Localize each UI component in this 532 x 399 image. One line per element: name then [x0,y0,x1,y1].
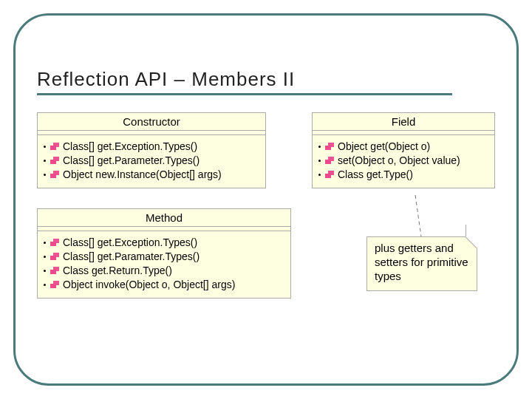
uml-member: Class get.Type() [318,168,488,182]
uml-member: Class[] get.Exception.Types() [44,140,259,154]
uml-member-text: Class get.Return.Type() [63,264,172,278]
bullet-icon [318,146,321,148]
method-icon [50,267,59,274]
uml-member-text: Object invoke(Object o, Object[] args) [63,278,235,292]
uml-class-method: Method Class[] get.Exception.Types() Cla… [37,208,291,299]
uml-member-text: Class[] get.Exception.Types() [63,140,197,154]
title-underline [37,93,452,95]
method-icon [325,157,334,164]
uml-member: Object invoke(Object o, Object[] args) [44,278,284,292]
bullet-icon [44,160,46,162]
slide-title: Reflection API – Members II [37,68,295,91]
uml-member: Class[] get.Paramater.Types() [44,250,284,264]
bullet-icon [44,270,46,272]
method-icon [50,239,59,246]
uml-method-compartment: Class[] get.Exception.Types() Class[] ge… [38,231,290,298]
uml-member-text: Class[] get.Paramater.Types() [63,250,200,264]
uml-method-compartment: Class[] get.Exception.Types() Class[] ge… [38,135,265,188]
uml-member-text: set(Object o, Object value) [338,154,460,168]
method-icon [325,171,334,178]
uml-member: Class[] get.Parameter.Types() [44,154,259,168]
uml-class-name: Field [313,113,494,131]
method-icon [50,157,59,164]
uml-member: Object get(Object o) [318,140,488,154]
uml-note-text: plus getters and setters for primitive t… [375,242,468,282]
bullet-icon [44,284,46,286]
method-icon [50,253,59,260]
svg-line-0 [415,195,421,236]
uml-class-field: Field Object get(Object o) set(Object o,… [312,112,495,188]
uml-class-name: Method [38,209,290,227]
bullet-icon [318,160,321,162]
bullet-icon [44,256,46,258]
uml-member-text: Object new.Instance(Object[] args) [63,168,222,182]
uml-member: Class[] get.Exception.Types() [44,236,284,250]
uml-member-text: Class[] get.Parameter.Types() [63,154,200,168]
bullet-icon [44,242,46,244]
uml-member-text: Object get(Object o) [338,140,430,154]
uml-member-text: Class[] get.Exception.Types() [63,236,197,250]
uml-member: set(Object o, Object value) [318,154,488,168]
bullet-icon [44,174,46,176]
uml-member: Object new.Instance(Object[] args) [44,168,259,182]
uml-note: plus getters and setters for primitive t… [366,236,477,291]
uml-diagram: Constructor Class[] get.Exception.Types(… [37,112,495,362]
uml-method-compartment: Object get(Object o) set(Object o, Objec… [313,135,494,188]
uml-member-text: Class get.Type() [338,168,413,182]
method-icon [50,171,59,178]
method-icon [50,281,59,288]
bullet-icon [318,174,321,176]
uml-class-name: Constructor [38,113,265,131]
uml-class-constructor: Constructor Class[] get.Exception.Types(… [37,112,266,188]
bullet-icon [44,146,46,148]
uml-member: Class get.Return.Type() [44,264,284,278]
method-icon [325,143,334,150]
method-icon [50,143,59,150]
note-fold-outline [466,236,477,248]
